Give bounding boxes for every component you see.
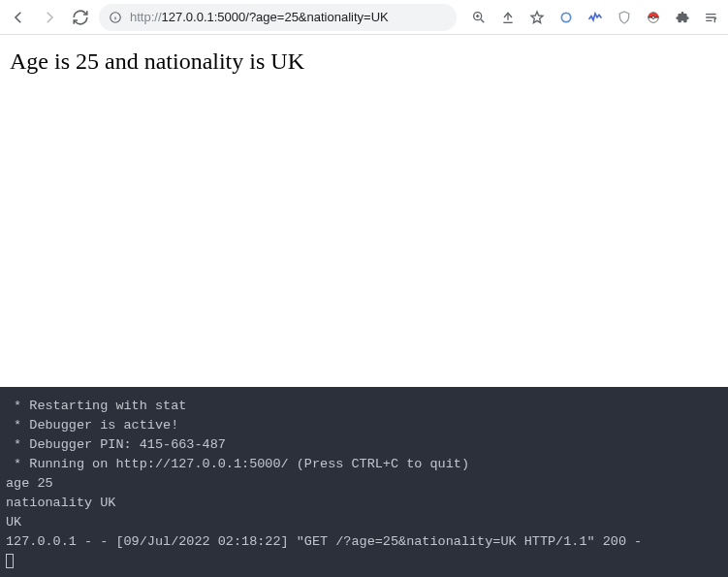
terminal-line: 127.0.0.1 - - [09/Jul/2022 02:18:22] "GE… (6, 534, 642, 549)
terminal-line: * Debugger PIN: 415-663-487 (6, 437, 226, 452)
browser-toolbar: http://127.0.0.1:5000/?age=25&nationalit… (0, 0, 728, 35)
playlist-icon[interactable] (701, 7, 722, 28)
svg-point-8 (561, 13, 570, 21)
terminal-cursor (6, 554, 14, 568)
terminal-line: * Restarting with stat (6, 399, 186, 413)
share-icon[interactable] (497, 7, 519, 28)
svg-marker-7 (531, 12, 543, 23)
svg-line-4 (481, 19, 484, 22)
back-button[interactable] (6, 5, 31, 30)
extension-icon-pokeball[interactable] (643, 7, 664, 28)
extensions-puzzle-icon[interactable] (672, 7, 693, 28)
terminal-line: nationality UK (6, 496, 115, 510)
extension-icon-blue-circle[interactable] (555, 7, 577, 28)
toolbar-right-icons (468, 7, 722, 28)
extension-icon-shield[interactable] (614, 7, 635, 28)
page-content: Age is 25 and nationality is UK (0, 35, 728, 387)
extension-icon-wave[interactable] (585, 7, 606, 28)
site-info-icon[interactable] (109, 11, 122, 24)
terminal-line: UK (6, 515, 21, 529)
terminal-line: * Debugger is active! (6, 418, 178, 433)
url-path: 127.0.0.1:5000/?age=25&nationality=UK (162, 10, 389, 24)
forward-button[interactable] (37, 5, 62, 30)
terminal-line: age 25 (6, 476, 53, 491)
reload-button[interactable] (68, 5, 93, 30)
terminal-panel[interactable]: * Restarting with stat * Debugger is act… (0, 387, 728, 577)
url-text: http://127.0.0.1:5000/?age=25&nationalit… (130, 10, 389, 24)
svg-point-11 (652, 16, 655, 18)
address-bar[interactable]: http://127.0.0.1:5000/?age=25&nationalit… (99, 4, 457, 31)
bookmark-star-icon[interactable] (526, 7, 548, 28)
zoom-icon[interactable] (468, 7, 490, 28)
terminal-line: * Running on http://127.0.0.1:5000/ (Pre… (6, 457, 469, 471)
page-heading: Age is 25 and nationality is UK (10, 48, 718, 75)
url-protocol: http:// (130, 10, 162, 24)
